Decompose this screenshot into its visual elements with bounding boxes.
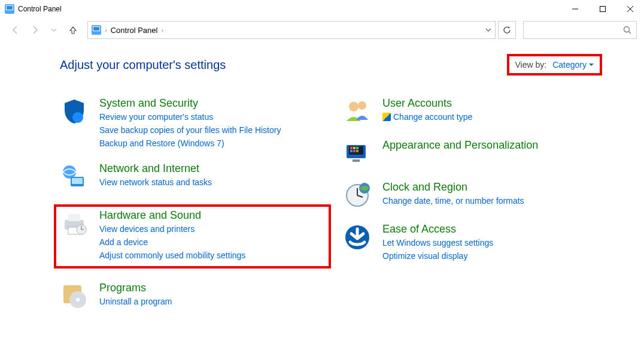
category-columns: System and SecurityReview your computer'… xyxy=(60,97,602,310)
refresh-button[interactable] xyxy=(498,21,516,39)
back-button[interactable] xyxy=(7,22,24,38)
category-link[interactable]: Backup and Restore (Windows 7) xyxy=(99,137,281,149)
disc-icon xyxy=(60,282,89,310)
svg-rect-29 xyxy=(350,147,353,149)
close-button[interactable] xyxy=(616,0,644,18)
caret-down-icon xyxy=(589,62,594,67)
category-link[interactable]: Optimize visual display xyxy=(382,250,493,262)
svg-rect-33 xyxy=(353,150,356,152)
category-network-and-internet: Network and InternetView network status … xyxy=(60,162,319,191)
left-column: System and SecurityReview your computer'… xyxy=(60,97,319,310)
category-system-and-security: System and SecurityReview your computer'… xyxy=(60,97,319,149)
svg-rect-15 xyxy=(72,178,83,184)
view-by-value-text: Category xyxy=(552,60,587,70)
category-title[interactable]: Hardware and Sound xyxy=(99,209,245,222)
ease-icon xyxy=(343,223,372,252)
shield-blue-icon xyxy=(60,97,89,126)
category-title[interactable]: System and Security xyxy=(99,97,281,110)
right-column: User AccountsChange account typeAppearan… xyxy=(343,97,602,310)
svg-rect-4 xyxy=(600,7,606,12)
svg-point-12 xyxy=(72,112,83,123)
svg-point-25 xyxy=(349,102,359,111)
category-title[interactable]: Clock and Region xyxy=(382,181,524,194)
clock-icon xyxy=(343,181,372,210)
maximize-button[interactable] xyxy=(589,0,616,18)
category-link[interactable]: Add a device xyxy=(99,236,245,248)
window: Control Panel › Control Panel › Adjust y… xyxy=(0,0,644,356)
svg-rect-2 xyxy=(7,6,13,10)
chevron-right-icon[interactable]: › xyxy=(161,26,163,34)
navbar: › Control Panel › xyxy=(0,18,644,42)
category-link[interactable]: Uninstall a program xyxy=(99,295,172,307)
view-by-label: View by: xyxy=(515,60,547,70)
category-link[interactable]: Adjust commonly used mobility settings xyxy=(99,249,245,261)
svg-point-24 xyxy=(76,298,80,301)
minimize-button[interactable] xyxy=(561,0,589,18)
network-icon xyxy=(60,162,89,191)
svg-rect-32 xyxy=(350,150,353,152)
svg-rect-35 xyxy=(353,159,360,162)
category-title[interactable]: User Accounts xyxy=(382,97,472,110)
control-panel-icon xyxy=(5,4,14,14)
header-row: Adjust your computer's settings View by:… xyxy=(60,54,602,76)
category-link[interactable]: View network status and tasks xyxy=(99,176,212,188)
svg-rect-17 xyxy=(68,214,80,221)
recent-dropdown[interactable] xyxy=(45,22,62,38)
category-title[interactable]: Ease of Access xyxy=(382,223,493,236)
breadcrumb-root[interactable]: Control Panel xyxy=(111,26,158,35)
svg-line-11 xyxy=(629,32,631,34)
search-input[interactable] xyxy=(523,21,637,39)
chevron-right-icon[interactable]: › xyxy=(105,26,107,34)
category-link[interactable]: Let Windows suggest settings xyxy=(382,237,493,249)
category-link[interactable]: Save backup copies of your files with Fi… xyxy=(99,124,281,136)
category-programs: ProgramsUninstall a program xyxy=(60,282,319,310)
svg-rect-31 xyxy=(356,147,359,149)
titlebar: Control Panel xyxy=(0,0,644,18)
view-by-value[interactable]: Category xyxy=(552,60,594,70)
chevron-down-icon[interactable] xyxy=(485,25,491,35)
page-title: Adjust your computer's settings xyxy=(60,58,226,72)
view-by-selector[interactable]: View by: Category xyxy=(507,54,602,76)
category-title[interactable]: Appearance and Personalization xyxy=(382,139,538,152)
svg-point-10 xyxy=(624,27,630,32)
svg-rect-9 xyxy=(93,27,99,31)
category-title[interactable]: Network and Internet xyxy=(99,162,212,175)
category-link[interactable]: Change account type xyxy=(382,111,472,123)
category-link[interactable]: View devices and printers xyxy=(99,223,245,235)
category-link[interactable]: Review your computer's status xyxy=(99,111,281,123)
svg-point-26 xyxy=(358,101,366,110)
svg-rect-34 xyxy=(356,150,359,152)
monitor-icon xyxy=(343,139,372,168)
address-bar[interactable]: › Control Panel › xyxy=(87,21,496,39)
svg-point-13 xyxy=(63,165,76,179)
control-panel-icon xyxy=(92,25,101,35)
category-ease-of-access: Ease of AccessLet Windows suggest settin… xyxy=(343,223,602,262)
category-appearance-and-personalization: Appearance and Personalization xyxy=(343,139,602,168)
category-link[interactable]: Change date, time, or number formats xyxy=(382,195,524,207)
svg-rect-30 xyxy=(353,147,356,149)
category-user-accounts: User AccountsChange account type xyxy=(343,97,602,126)
category-title[interactable]: Programs xyxy=(99,282,172,294)
users-icon xyxy=(343,97,372,126)
category-hardware-and-sound: Hardware and SoundView devices and print… xyxy=(60,209,319,261)
window-controls xyxy=(561,0,644,18)
category-clock-and-region: Clock and RegionChange date, time, or nu… xyxy=(343,181,602,210)
window-title: Control Panel xyxy=(18,5,62,13)
printer-icon xyxy=(60,209,89,238)
up-button[interactable] xyxy=(65,22,81,38)
forward-button[interactable] xyxy=(26,22,43,38)
search-icon xyxy=(623,26,631,34)
content-area: Adjust your computer's settings View by:… xyxy=(0,42,644,322)
